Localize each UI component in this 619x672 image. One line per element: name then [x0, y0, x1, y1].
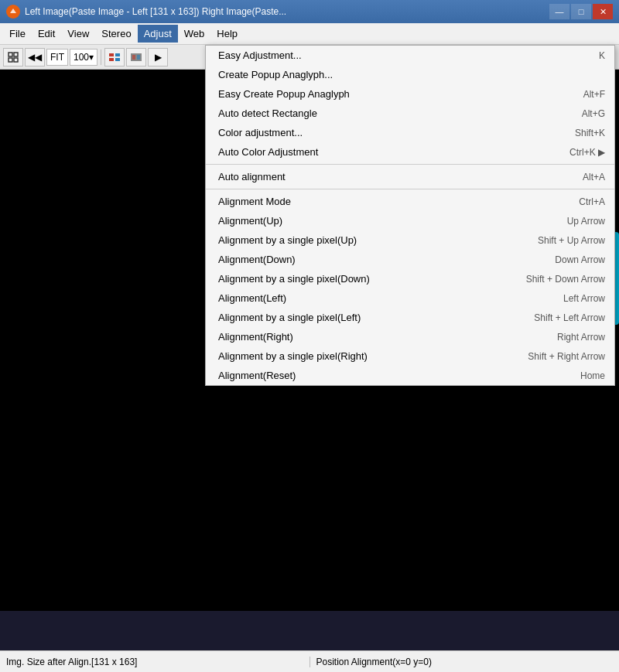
menu-bar: File Edit View Stereo Adjust Web Help Ea…	[0, 23, 619, 45]
menu-edit[interactable]: Edit	[32, 25, 61, 43]
menu-alignment-mode[interactable]: Alignment Mode Ctrl+A	[206, 192, 614, 211]
menu-easy-create-popup-label: Easy Create Popup Anaglyph	[218, 88, 350, 100]
fullscreen-button[interactable]	[3, 48, 23, 67]
window-title: Left Image(Paste Image - Left [131 x 163…	[25, 6, 286, 17]
menu-create-popup-anaglyph[interactable]: Create Popup Anaglyph...	[206, 65, 614, 84]
menu-auto-detect-shortcut: Alt+G	[582, 108, 605, 119]
menu-alignment-up-label: Alignment(Up)	[218, 215, 282, 227]
svg-rect-11	[132, 55, 135, 60]
menu-alignment-single-up[interactable]: Alignment by a single pixel(Up) Shift + …	[206, 230, 614, 250]
menu-alignment-left[interactable]: Alignment(Left) Left Arrow	[206, 288, 614, 308]
menu-auto-alignment[interactable]: Auto alignment Alt+A	[206, 167, 614, 186]
menu-alignment-left-shortcut: Left Arrow	[563, 293, 605, 304]
adjust-dropdown: Easy Adjustment... K Create Popup Anagly…	[205, 45, 615, 386]
maximize-button[interactable]: □	[571, 4, 591, 19]
menu-help[interactable]: Help	[210, 25, 244, 43]
status-left: Img. Size after Align.[131 x 163]	[0, 657, 310, 667]
menu-stereo[interactable]: Stereo	[95, 25, 137, 43]
menu-alignment-right[interactable]: Alignment(Right) Right Arrow	[206, 327, 614, 346]
menu-alignment-single-down-shortcut: Shift + Down Arrow	[526, 274, 605, 285]
menu-alignment-single-down[interactable]: Alignment by a single pixel(Down) Shift …	[206, 269, 614, 288]
menu-view[interactable]: View	[61, 25, 95, 43]
menu-auto-color[interactable]: Auto Color Adjustment Ctrl+K ▶	[206, 142, 614, 162]
toolbar-separator-1	[101, 49, 101, 65]
menu-create-popup-anaglyph-label: Create Popup Anaglyph...	[218, 69, 333, 80]
menu-alignment-down-shortcut: Down Arrow	[555, 254, 605, 265]
title-bar: Left Image(Paste Image - Left [131 x 163…	[0, 0, 619, 23]
separator-1	[206, 164, 614, 165]
menu-color-adjustment[interactable]: Color adjustment... Shift+K	[206, 123, 614, 142]
fullscreen-icon	[8, 52, 19, 63]
view-mode-2-icon	[131, 53, 142, 61]
fit-label: FIT	[46, 49, 68, 66]
menu-alignment-down-label: Alignment(Down)	[218, 254, 296, 265]
menu-adjust[interactable]: Adjust	[138, 25, 178, 43]
menu-file[interactable]: File	[3, 25, 32, 43]
close-button[interactable]: ✕	[593, 4, 613, 19]
svg-rect-2	[9, 53, 12, 56]
menu-auto-color-label: Auto Color Adjustment	[218, 146, 318, 158]
zoom-value: 100	[74, 52, 89, 63]
svg-rect-6	[109, 53, 114, 56]
menu-easy-adjustment-label: Easy Adjustment...	[218, 49, 302, 61]
menu-alignment-single-left-shortcut: Shift + Left Arrow	[534, 312, 605, 323]
menu-alignment-right-shortcut: Right Arrow	[557, 332, 605, 343]
svg-rect-3	[14, 53, 18, 56]
view-mode-2-button[interactable]	[126, 48, 146, 67]
zoom-dropdown[interactable]: 100 ▾	[70, 49, 97, 66]
menu-auto-alignment-label: Auto alignment	[218, 171, 286, 182]
menu-alignment-single-down-label: Alignment by a single pixel(Down)	[218, 273, 370, 285]
prev-icon: ◀◀	[28, 52, 42, 63]
menu-alignment-mode-shortcut: Ctrl+A	[579, 196, 605, 207]
menu-alignment-single-up-label: Alignment by a single pixel(Up)	[218, 234, 357, 246]
svg-rect-5	[14, 58, 18, 62]
menu-easy-adjustment-shortcut: K	[599, 50, 605, 61]
svg-rect-7	[109, 58, 114, 61]
status-right: Position Alignment(x=0 y=0)	[310, 657, 620, 667]
menu-color-adjustment-shortcut: Shift+K	[575, 128, 605, 138]
title-controls: — □ ✕	[549, 4, 613, 19]
menu-auto-alignment-shortcut: Alt+A	[583, 172, 605, 182]
menu-alignment-single-right-shortcut: Shift + Right Arrow	[528, 351, 605, 362]
separator-2	[206, 189, 614, 189]
menu-alignment-down[interactable]: Alignment(Down) Down Arrow	[206, 250, 614, 269]
menu-alignment-up-shortcut: Up Arrow	[567, 216, 605, 227]
svg-rect-9	[115, 58, 120, 61]
menu-alignment-single-left-label: Alignment by a single pixel(Left)	[218, 312, 361, 323]
menu-alignment-single-left[interactable]: Alignment by a single pixel(Left) Shift …	[206, 308, 614, 327]
menu-alignment-single-right-label: Alignment by a single pixel(Right)	[218, 350, 368, 362]
menu-alignment-reset-label: Alignment(Reset)	[218, 370, 296, 381]
menu-web[interactable]: Web	[178, 25, 211, 43]
menu-easy-adjustment[interactable]: Easy Adjustment... K	[206, 46, 614, 65]
svg-rect-12	[137, 55, 140, 60]
menu-easy-create-popup-shortcut: Alt+F	[583, 89, 605, 100]
menu-alignment-single-right[interactable]: Alignment by a single pixel(Right) Shift…	[206, 346, 614, 366]
menu-alignment-single-up-shortcut: Shift + Up Arrow	[538, 235, 605, 246]
menu-alignment-reset-shortcut: Home	[580, 370, 605, 381]
menu-alignment-reset[interactable]: Alignment(Reset) Home	[206, 366, 614, 385]
view-mode-3-button[interactable]: ▶	[148, 48, 168, 67]
menu-color-adjustment-label: Color adjustment...	[218, 127, 303, 138]
menu-alignment-mode-label: Alignment Mode	[218, 196, 291, 207]
zoom-dropdown-arrow: ▾	[89, 52, 94, 63]
menu-alignment-left-label: Alignment(Left)	[218, 292, 286, 304]
prev-button[interactable]: ◀◀	[25, 48, 45, 67]
menu-alignment-up[interactable]: Alignment(Up) Up Arrow	[206, 211, 614, 230]
view-mode-1-button[interactable]	[104, 48, 125, 67]
app-icon	[6, 5, 20, 19]
svg-rect-8	[115, 53, 120, 56]
menu-auto-detect-label: Auto detect Rectangle	[218, 107, 317, 119]
status-bar: Img. Size after Align.[131 x 163] Positi…	[0, 650, 619, 672]
view-mode-1-icon	[109, 53, 120, 61]
menu-auto-detect[interactable]: Auto detect Rectangle Alt+G	[206, 104, 614, 123]
menu-auto-color-shortcut: Ctrl+K ▶	[569, 147, 605, 158]
title-bar-left: Left Image(Paste Image - Left [131 x 163…	[6, 5, 286, 19]
svg-rect-4	[9, 58, 12, 62]
minimize-button[interactable]: —	[549, 4, 569, 19]
menu-easy-create-popup[interactable]: Easy Create Popup Anaglyph Alt+F	[206, 84, 614, 104]
menu-alignment-right-label: Alignment(Right)	[218, 331, 293, 343]
